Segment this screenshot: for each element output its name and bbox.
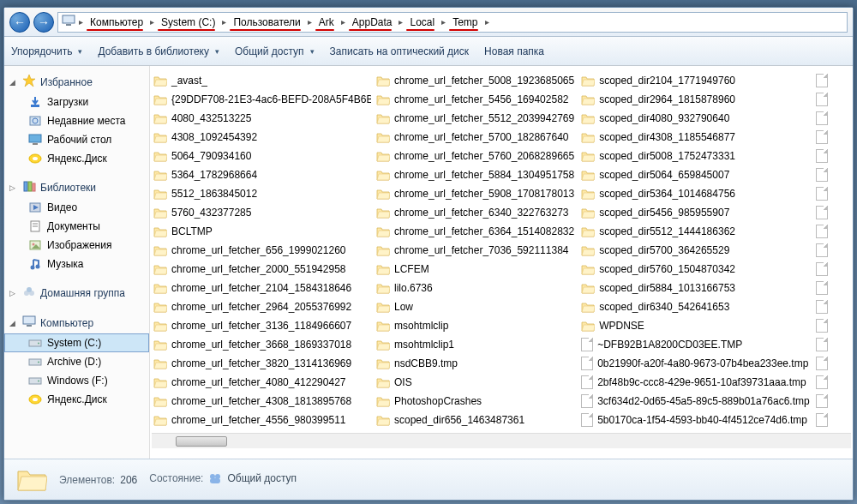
file-item-edge[interactable] [814,203,853,222]
folder-item[interactable]: chrome_url_fetcher_656_1999021260 [152,241,371,260]
file-list-pane[interactable]: _avast_{29DDF708-21E3-4ac6-BEFD-208A5F4B… [150,66,853,459]
folder-item[interactable]: msohtmlclip1 [375,335,576,354]
folder-item[interactable]: msohtmlclip [375,316,576,335]
file-item-edge[interactable] [814,71,853,90]
file-item-edge[interactable] [814,109,853,128]
file-item-edge[interactable] [814,165,853,184]
folder-item[interactable]: chrome_url_fetcher_7036_592111384 [375,241,576,260]
folder-item[interactable]: scoped_dir5700_364265529 [579,241,811,260]
folder-item[interactable]: 4080_432513225 [152,109,371,128]
folder-item[interactable]: scoped_dir5512_1444186362 [579,222,811,241]
file-item-edge[interactable] [814,297,853,316]
sidebar-item[interactable]: Archive (D:) [4,352,149,371]
file-item-edge[interactable] [814,354,853,373]
share-menu[interactable]: Общий доступ [235,45,315,57]
file-item[interactable]: 3cf634d2-0d65-45a5-89c5-889b01a76ac6.tmp [579,392,811,411]
folder-item[interactable]: scoped_dir5008_1752473331 [579,147,811,165]
file-item-edge[interactable] [814,373,853,392]
folder-item[interactable]: PhotoshopCrashes [375,392,576,411]
navigation-pane[interactable]: ◢ Избранное ЗагрузкиНедавние местаРабочи… [4,66,150,459]
folder-item[interactable]: scoped_dir5760_1504870342 [579,260,811,279]
folder-item[interactable]: OIS [375,373,576,392]
file-item-edge[interactable] [814,147,853,165]
horizontal-scrollbar[interactable] [152,433,851,448]
sidebar-item[interactable]: Яндекс.Диск [4,390,149,409]
folder-item[interactable]: chrome_url_fetcher_3136_1184966607 [152,316,371,335]
folder-item[interactable]: WPDNSE [579,316,811,335]
breadcrumb-item[interactable]: Пользователи [228,15,305,30]
file-item-edge[interactable] [814,184,853,203]
breadcrumb-item[interactable]: Ark [314,15,339,30]
folder-item[interactable]: 5760_432377285 [152,203,371,222]
folder-item[interactable]: chrome_url_fetcher_5760_2068289665 [375,147,576,165]
folder-item[interactable]: chrome_url_fetcher_3820_1314136969 [152,354,371,373]
nav-back-button[interactable]: ← [9,12,30,33]
file-item-edge[interactable] [814,411,853,429]
folder-item[interactable]: scoped_dir5364_1014684756 [579,184,811,203]
folder-item[interactable]: chrome_url_fetcher_5512_2039942769 [375,109,576,128]
sidebar-item[interactable]: Яндекс.Диск [4,149,149,168]
folder-item[interactable]: scoped_dir2964_1815878960 [579,90,811,109]
file-item[interactable]: 5b0170ca-1f54-4593-bb40-4f4512ce74d6.tmp [579,411,811,429]
folder-item[interactable]: scoped_dir4080_932790640 [579,109,811,128]
organize-menu[interactable]: Упорядочить [11,45,82,57]
folder-item[interactable]: chrome_url_fetcher_2000_551942958 [152,260,371,279]
file-item-edge[interactable] [814,260,853,279]
folder-item[interactable]: chrome_url_fetcher_5456_169402582 [375,90,576,109]
folder-item[interactable]: chrome_url_fetcher_4308_1813895768 [152,392,371,411]
folder-item[interactable]: 5364_1782968664 [152,165,371,184]
file-item[interactable]: ~DFB92B1A8200CD03EE.TMP [579,335,811,354]
file-item-edge[interactable] [814,279,853,297]
folder-item[interactable]: {29DDF708-21E3-4ac6-BEFD-208A5F4B6B04} [152,90,371,109]
folder-item[interactable]: chrome_url_fetcher_2964_2055376992 [152,297,371,316]
file-item-edge[interactable] [814,392,853,411]
file-item-edge[interactable] [814,222,853,241]
file-item-edge[interactable] [814,335,853,354]
computer-header[interactable]: ◢ Компьютер [4,312,149,333]
file-item-edge[interactable] [814,128,853,147]
file-item-edge[interactable] [814,316,853,335]
add-to-library-menu[interactable]: Добавить в библиотеку [98,45,219,57]
folder-item[interactable]: 5512_1863845012 [152,184,371,203]
folder-item[interactable]: LCFEM [375,260,576,279]
folder-item[interactable]: chrome_url_fetcher_6340_322763273 [375,203,576,222]
sidebar-item[interactable]: Рабочий стол [4,130,149,149]
scrollbar-thumb[interactable] [176,436,227,447]
folder-item[interactable]: 4308_1092454392 [152,128,371,147]
folder-item[interactable]: scoped_dir6340_542641653 [579,297,811,316]
libraries-header[interactable]: ▷ Библиотеки [4,177,149,198]
file-item[interactable]: 0b21990f-a20f-4a80-9673-07b4bea233ee.tmp [579,354,811,373]
folder-item[interactable]: chrome_url_fetcher_4556_980399511 [152,411,371,429]
sidebar-item[interactable]: Недавние места [4,111,149,130]
file-item-edge[interactable] [814,90,853,109]
folder-item[interactable]: scoped_dir2104_1771949760 [579,71,811,90]
folder-item[interactable]: scoped_dir5884_1013166753 [579,279,811,297]
sidebar-item[interactable]: Windows (F:) [4,371,149,390]
breadcrumb[interactable]: ▸ Компьютер▸System (C:)▸Пользователи▸Ark… [57,12,848,33]
folder-item[interactable]: chrome_url_fetcher_2104_1584318646 [152,279,371,297]
folder-item[interactable]: chrome_url_fetcher_5884_1304951758 [375,165,576,184]
sidebar-item[interactable]: Видео [4,198,149,217]
folder-item[interactable]: chrome_url_fetcher_5700_182867640 [375,128,576,147]
folder-item[interactable]: _avast_ [152,71,371,90]
burn-button[interactable]: Записать на оптический диск [330,45,470,57]
nav-forward-button[interactable]: → [33,12,54,33]
folder-item[interactable]: chrome_url_fetcher_5008_1923685065 [375,71,576,90]
folder-item[interactable]: scoped_dir5456_985955907 [579,203,811,222]
file-item-edge[interactable] [814,241,853,260]
sidebar-item[interactable]: System (C:) [4,333,149,352]
breadcrumb-item[interactable]: Temp [447,15,482,30]
sidebar-item[interactable]: Изображения [4,236,149,255]
folder-item[interactable]: scoped_dir5064_659845007 [579,165,811,184]
new-folder-button[interactable]: Новая папка [484,45,544,57]
folder-item[interactable]: chrome_url_fetcher_6364_1514082832 [375,222,576,241]
folder-item[interactable]: scoped_dir4308_1185546877 [579,128,811,147]
folder-item[interactable]: BCLTMP [152,222,371,241]
breadcrumb-item[interactable]: System (C:) [156,15,220,30]
breadcrumb-item[interactable]: Компьютер [85,15,148,30]
folder-item[interactable]: chrome_url_fetcher_3668_1869337018 [152,335,371,354]
breadcrumb-item[interactable]: AppData [347,15,398,30]
folder-item[interactable]: Low [375,297,576,316]
sidebar-item[interactable]: Музыка [4,255,149,273]
sidebar-item[interactable]: Документы [4,217,149,236]
